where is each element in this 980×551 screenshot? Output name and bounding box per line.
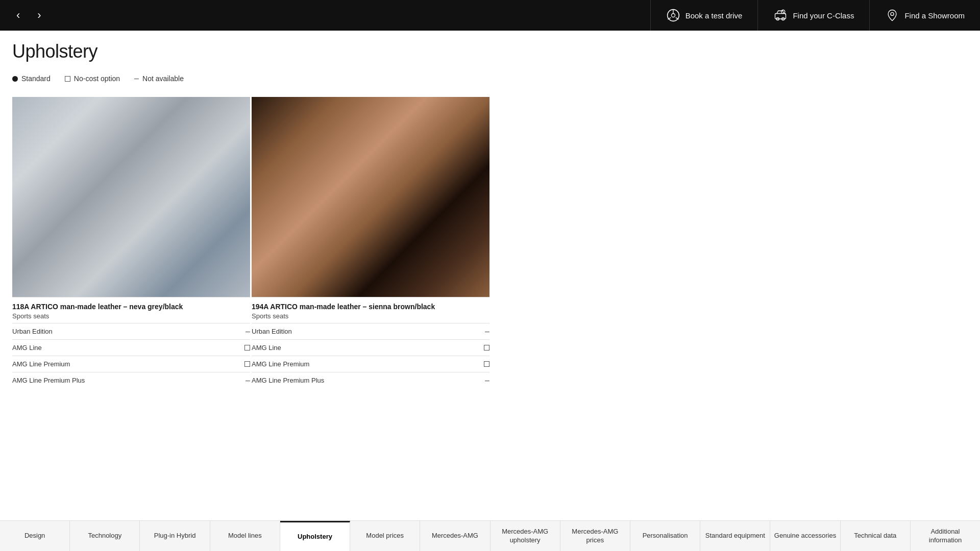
row-value: – [473,323,489,340]
card-subtitle-194A: Sports seats [252,312,489,320]
table-row: AMG Line Premium Plus– [12,372,250,389]
row-value [233,356,250,372]
square-icon [484,345,489,350]
card-194A: 194A ARTICO man-made leather – sienna br… [252,97,489,388]
card-title-118A: 118A ARTICO man-made leather – neva grey… [12,297,250,312]
bottom-nav-item-genuine-accessories[interactable]: Genuine accessories [770,521,840,551]
legend-square-icon [65,76,70,82]
card-image-194A [252,97,489,297]
dash-icon: – [246,376,250,385]
row-label: AMG Line Premium [12,356,233,372]
card-118A: 118A ARTICO man-made leather – neva grey… [12,97,250,388]
legend-no-cost: No-cost option [65,74,120,83]
dash-icon: – [485,376,489,385]
bottom-nav-item-model-lines[interactable]: Model lines [210,521,280,551]
legend-dash-icon: – [134,74,139,83]
row-value [473,356,489,372]
card-table-194A: Urban Edition–AMG LineAMG Line PremiumAM… [252,323,489,388]
nav-arrows: ‹ › [0,6,58,25]
bottom-nav-item-design[interactable]: Design [0,521,70,551]
table-row: AMG Line Premium Plus– [252,372,489,389]
bottom-nav-item-mercedes-amg-prices[interactable]: Mercedes-AMG prices [560,521,630,551]
find-c-class-link[interactable]: Find your C-Class [757,0,869,31]
main-content: Upholstery Standard No-cost option – Not… [0,0,980,465]
location-pin-icon [885,8,899,22]
table-row: AMG Line Premium [12,356,250,372]
card-subtitle-118A: Sports seats [12,312,250,320]
bottom-nav-item-mercedes-amg-upholstery[interactable]: Mercedes-AMG upholstery [491,521,560,551]
legend-not-available: – Not available [134,74,184,83]
card-title-194A: 194A ARTICO man-made leather – sienna br… [252,297,489,312]
car-search-icon [773,8,788,22]
square-icon [244,361,250,367]
square-icon [484,361,489,367]
top-navigation: ‹ › Book a test drive [0,0,980,31]
legend-standard-label: Standard [21,74,51,83]
bottom-nav-item-upholstery[interactable]: Upholstery [280,521,350,551]
steering-wheel-icon [666,8,680,22]
car-interior-grey [12,97,250,297]
bottom-nav-item-model-prices[interactable]: Model prices [350,521,420,551]
legend-no-cost-label: No-cost option [74,74,120,83]
bottom-nav-item-technology[interactable]: Technology [70,521,140,551]
card-image-118A [12,97,250,297]
row-value: – [473,372,489,389]
legend-not-available-label: Not available [142,74,184,83]
row-value [233,340,250,356]
next-button[interactable]: › [31,6,47,25]
square-icon [244,345,250,350]
bottom-nav-item-technical-data[interactable]: Technical data [841,521,911,551]
table-row: AMG Line [252,340,489,356]
cards-grid: 118A ARTICO man-made leather – neva grey… [12,97,968,404]
bottom-navigation: DesignTechnologyPlug-in HybridModel line… [0,520,980,551]
row-label: Urban Edition [12,323,233,340]
dash-icon: – [246,327,250,336]
row-label: AMG Line Premium Plus [252,372,473,389]
book-test-drive-label: Book a test drive [685,11,743,20]
table-row: Urban Edition– [252,323,489,340]
find-showroom-link[interactable]: Find a Showroom [869,0,980,31]
table-row: Urban Edition– [12,323,250,340]
legend: Standard No-cost option – Not available [12,74,968,83]
prev-button[interactable]: ‹ [10,6,26,25]
find-showroom-label: Find a Showroom [904,11,965,20]
nav-actions: Book a test drive Find your C-Class [650,0,980,31]
row-label: AMG Line [12,340,233,356]
book-test-drive-link[interactable]: Book a test drive [650,0,758,31]
svg-line-9 [785,13,786,15]
legend-standard: Standard [12,74,51,83]
card-table-118A: Urban Edition–AMG LineAMG Line PremiumAM… [12,323,250,388]
table-row: AMG Line Premium [252,356,489,372]
row-label: AMG Line Premium Plus [12,372,233,389]
row-value [473,340,489,356]
car-interior-brown [252,97,489,297]
row-value: – [233,323,250,340]
bottom-nav-item-mercedes-amg[interactable]: Mercedes-AMG [420,521,490,551]
dash-icon: – [485,327,489,336]
table-row: AMG Line [12,340,250,356]
legend-dot-icon [12,76,18,82]
row-label: AMG Line Premium [252,356,473,372]
svg-point-10 [891,12,894,15]
bottom-nav-item-additional-information[interactable]: Additional information [911,521,980,551]
row-label: AMG Line [252,340,473,356]
row-label: Urban Edition [252,323,473,340]
bottom-nav-item-standard-equipment[interactable]: Standard equipment [700,521,770,551]
row-value: – [233,372,250,389]
bottom-nav-item-personalisation[interactable]: Personalisation [630,521,700,551]
page-title: Upholstery [12,41,968,62]
bottom-nav-item-plugin-hybrid[interactable]: Plug-in Hybrid [140,521,210,551]
find-c-class-label: Find your C-Class [793,11,854,20]
svg-point-1 [671,14,675,17]
